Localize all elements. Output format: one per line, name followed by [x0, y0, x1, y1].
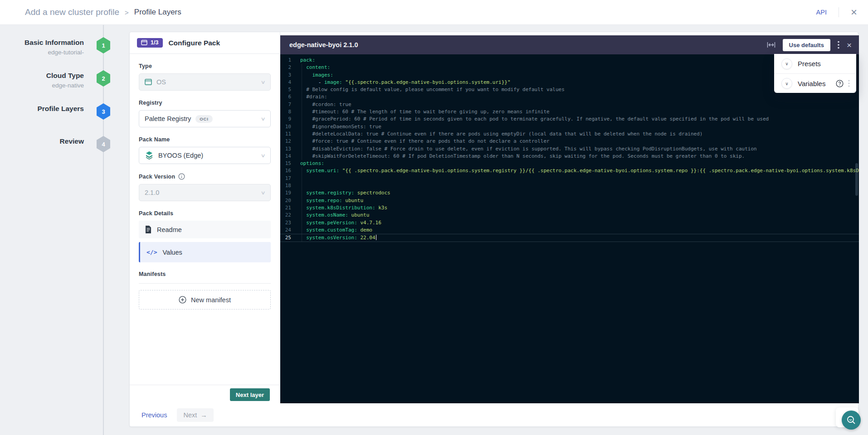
readme-tab[interactable]: Readme	[139, 221, 271, 238]
code-line[interactable]: 15options:	[280, 160, 859, 167]
code-line[interactable]: 6 #drain:	[280, 93, 859, 101]
help-search-button[interactable]	[842, 411, 861, 430]
info-icon	[178, 173, 185, 180]
code-line[interactable]: 20 system.repo: ubuntu	[280, 197, 859, 204]
indent-guide	[302, 182, 302, 189]
code-line[interactable]: 22 system.osName: ubuntu	[280, 212, 859, 219]
presets-label: Presets	[798, 60, 821, 68]
chevron-down-icon: ∨	[781, 78, 792, 89]
api-link[interactable]: API	[816, 9, 827, 16]
step-subtitle: edge-tutorial-	[7, 49, 84, 56]
presets-variables-panel: ∨ Presets ∨ Variables	[774, 54, 856, 93]
presets-row[interactable]: ∨ Presets	[774, 54, 856, 73]
step-title: Cloud Type	[7, 71, 84, 80]
next-button: Next →	[177, 408, 213, 422]
code-line[interactable]: 14 #skipWaitForDeleteTimeout: 60 # If po…	[280, 153, 859, 160]
step-title: Review	[7, 137, 84, 146]
indent-guide	[302, 189, 302, 197]
code-line[interactable]: 19 system.registry: spectrodocs	[280, 189, 859, 197]
code-line[interactable]: 25 system.osVersion: 22.04	[280, 234, 859, 242]
line-content: options:	[297, 160, 859, 167]
indent-guide	[302, 123, 302, 130]
line-number: 16	[280, 167, 297, 174]
variables-row[interactable]: ∨ Variables	[774, 73, 856, 93]
next-layer-button[interactable]: Next layer	[230, 388, 270, 401]
expand-editor-button[interactable]	[767, 41, 775, 48]
help-icon[interactable]	[836, 80, 844, 87]
editor-title: edge-native-byoi 2.1.0	[289, 41, 358, 48]
indent-guide	[302, 197, 302, 204]
indent-guide	[302, 145, 302, 153]
line-content: system.customTag: demo	[297, 227, 859, 234]
manifests-divider	[139, 283, 271, 284]
line-content: system.k8sDistribution: k3s	[297, 204, 859, 212]
step-title: Profile Layers	[7, 104, 84, 113]
configure-pack-header: 1/3 Configure Pack	[130, 32, 280, 54]
expand-horizontal-icon	[767, 41, 775, 48]
code-area[interactable]: 1pack:2 content:3 images:4 - image: "{{.…	[280, 54, 859, 403]
line-number: 10	[280, 123, 297, 130]
indent-guide	[302, 138, 302, 145]
line-content: #deleteLocalData: true # Continue even i…	[297, 130, 859, 138]
indent-guide	[302, 227, 302, 234]
close-icon[interactable]: ×	[851, 7, 857, 18]
code-line[interactable]: 10 #ignoreDaemonSets: true	[280, 123, 859, 130]
code-line[interactable]: 7 #cordon: true	[280, 101, 859, 108]
code-line[interactable]: 11 #deleteLocalData: true # Continue eve…	[280, 130, 859, 138]
code-line[interactable]: 17	[280, 175, 859, 182]
line-content: system.osName: ubuntu	[297, 212, 859, 219]
indent-guide	[302, 108, 302, 116]
editor-scrollbar-thumb[interactable]	[855, 163, 858, 196]
code-line[interactable]: 23 system.peVersion: v4.7.16	[280, 219, 859, 227]
step-number-hexagon: 3	[97, 103, 110, 120]
step-title: Basic Information	[7, 38, 84, 47]
code-line[interactable]: 1pack:	[280, 57, 859, 64]
editor-header: edge-native-byoi 2.1.0 Use defaults ×	[280, 35, 859, 54]
profile-layers-card: 1/3 Configure Pack Type OS ∨ Registry Pa…	[129, 32, 858, 427]
document-icon	[145, 226, 151, 233]
line-content: #cordon: true	[297, 101, 859, 108]
registry-label: Registry	[139, 100, 271, 106]
indent-guide	[302, 93, 302, 101]
line-number: 3	[280, 72, 297, 79]
line-content: #force: true # Continue even if there ar…	[297, 138, 859, 145]
code-line[interactable]: 5 # Below config is default value, pleas…	[280, 86, 859, 93]
editor-close-button[interactable]: ×	[847, 41, 852, 49]
values-tab[interactable]: </> Values	[139, 242, 271, 262]
indent-guide	[302, 101, 302, 108]
indent-guide	[302, 130, 302, 138]
type-value: OS	[156, 78, 166, 86]
line-content: #timeout: 60 # The length of time to wai…	[297, 108, 859, 116]
code-line[interactable]: 13 #disableEviction: false # Force drain…	[280, 145, 859, 153]
indent-guide	[302, 204, 302, 212]
line-number: 2	[280, 64, 297, 71]
code-line[interactable]: 2 content:	[280, 64, 859, 71]
editor-menu-button[interactable]	[838, 41, 839, 49]
breadcrumb-parent[interactable]: Add a new cluster profile	[25, 7, 119, 17]
code-line[interactable]: 4 - image: "{{.spectro.pack.edge-native-…	[280, 79, 859, 86]
top-bar: Add a new cluster profile > Profile Laye…	[0, 0, 868, 25]
line-content: #skipWaitForDeleteTimeout: 60 # If pod D…	[297, 153, 859, 160]
line-number: 13	[280, 145, 297, 153]
panel-title: Configure Pack	[168, 39, 220, 47]
code-line[interactable]: 16 system.uri: "{{ .spectro.pack.edge-na…	[280, 167, 859, 174]
new-manifest-button[interactable]: New manifest	[139, 290, 271, 309]
code-line[interactable]: 9 #gracePeriod: 60 # Period of time in s…	[280, 116, 859, 123]
line-content: system.uri: "{{ .spectro.pack.edge-nativ…	[297, 167, 859, 174]
code-line[interactable]: 21 system.k8sDistribution: k3s	[280, 204, 859, 212]
chevron-down-icon: ∨	[260, 153, 265, 159]
code-line[interactable]: 18	[280, 182, 859, 189]
previous-button[interactable]: Previous	[141, 411, 167, 419]
pack-name-select[interactable]: BYOOS (Edge) ∨	[139, 147, 271, 164]
pack-version-select: 2.1.0 ∨	[139, 184, 271, 201]
code-line[interactable]: 24 system.customTag: demo	[280, 227, 859, 234]
kebab-menu-icon[interactable]	[848, 80, 850, 87]
code-line[interactable]: 3 images:	[280, 72, 859, 79]
registry-select[interactable]: Palette Registry OCI ∨	[139, 110, 271, 127]
line-content: #ignoreDaemonSets: true	[297, 123, 859, 130]
line-number: 5	[280, 86, 297, 93]
use-defaults-button[interactable]: Use defaults	[783, 39, 830, 51]
code-line[interactable]: 12 #force: true # Continue even if there…	[280, 138, 859, 145]
code-line[interactable]: 8 #timeout: 60 # The length of time to w…	[280, 108, 859, 116]
line-number: 19	[280, 189, 297, 197]
